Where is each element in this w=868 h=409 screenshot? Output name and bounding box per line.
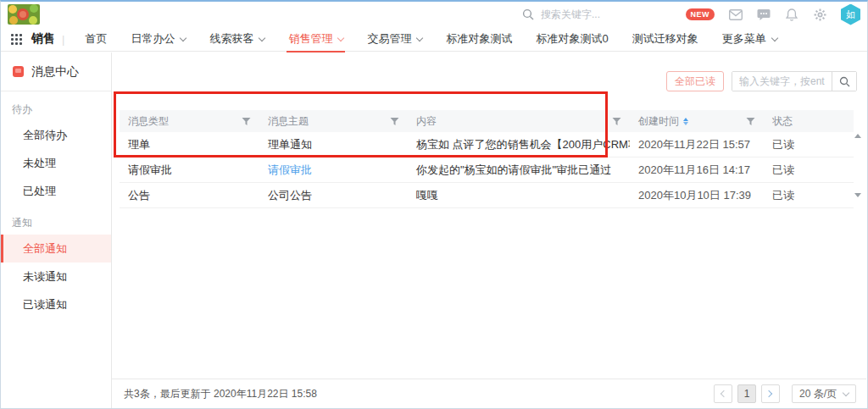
bell-icon[interactable] [785,8,798,21]
top-bar: NEW 如 [1,2,867,27]
nav-item-daily-office[interactable]: 日常办公 [119,27,198,52]
search-icon [839,76,850,87]
scrollbar-down-arrow[interactable] [854,193,861,197]
cell-created: 2020年11月22日 15:57 [630,137,764,152]
search-icon [521,8,535,21]
chevron-right-icon [765,390,772,397]
message-center-icon [13,66,24,77]
nav-item-standard-object-test[interactable]: 标准对象测试 [434,27,524,52]
cell-type: 公告 [120,188,259,203]
logo-image [8,4,40,25]
table-header: 消息类型 消息主题 内容 创建时间 状态 [120,110,854,132]
chevron-down-icon [416,34,423,41]
cell-content: 你发起的"杨宝如的请假审批"审批已通过 [408,163,630,178]
user-avatar[interactable]: 如 [841,4,860,25]
nav-item-home[interactable]: 首页 [73,27,119,52]
nav-item-sales-management[interactable]: 销售管理 [276,27,355,52]
page-size-select[interactable]: 20 条/页 [792,384,856,403]
nav-item-standard-object-test0[interactable]: 标准对象测试0 [524,27,620,52]
nav-item-test-migration-object[interactable]: 测试迁移对象 [620,27,710,52]
sidebar: 消息中心 待办 全部待办 未处理 已处理 通知 全部通知 未读通知 已读通知 [1,53,112,408]
nav-item-more-menu[interactable]: 更多菜单 [710,27,789,52]
filter-icon[interactable] [242,117,251,126]
page-title: 消息中心 [31,64,79,80]
cell-content: 嘎嘎 [408,188,630,203]
nav-item-trade-management[interactable]: 交易管理 [355,27,434,52]
cell-created: 2020年11月16日 14:17 [630,163,764,178]
sidebar-section-notice: 通知 [1,205,111,235]
sidebar-item-read-notices[interactable]: 已读通知 [1,290,111,318]
chevron-down-icon [259,34,265,41]
list-search [732,71,857,91]
sidebar-item-processed[interactable]: 已处理 [1,177,111,205]
mail-icon[interactable] [729,8,743,21]
sidebar-item-unread-notices[interactable]: 未读通知 [1,263,111,290]
column-header-status: 状态 [764,110,854,132]
nav-divider: | [62,33,64,46]
chat-icon[interactable] [757,8,771,21]
cell-content: 杨宝如 点评了您的销售机会【200用户CRM项目】 [408,137,630,152]
table-row[interactable]: 请假审批 请假审批 你发起的"杨宝如的请假审批"审批已通过 2020年11月16… [120,158,854,183]
app-grid-icon[interactable] [11,34,22,45]
footer-bar: 共3条，最后更新于 2020年11月22日 15:58 1 20 条/页 [112,379,866,408]
sidebar-section-todo: 待办 [1,91,111,121]
cell-subject: 公司公告 [259,188,408,203]
sidebar-item-all-todo[interactable]: 全部待办 [1,121,111,149]
chevron-down-icon [180,34,186,41]
cell-created: 2020年10月10日 17:39 [630,188,764,203]
message-table: 消息类型 消息主题 内容 创建时间 状态 理单 理单 [120,110,854,208]
current-page[interactable]: 1 [737,384,756,403]
cell-type: 理单 [120,137,259,152]
chevron-down-icon [771,34,777,41]
nav-item-lead-acquisition[interactable]: 线索获客 [198,27,276,52]
cell-subject: 理单通知 [259,137,408,152]
cell-status: 已读 [764,137,854,152]
sort-icon[interactable] [683,118,688,125]
column-header-type[interactable]: 消息类型 [120,110,259,132]
filter-icon[interactable] [390,117,399,126]
topbar-actions: NEW 如 [686,2,861,27]
column-header-content[interactable]: 内容 [408,110,630,132]
record-summary: 共3条，最后更新于 2020年11月22日 15:58 [124,387,317,401]
mark-all-read-button[interactable]: 全部已读 [666,71,724,91]
table-row[interactable]: 公告 公司公告 嘎嘎 2020年10月10日 17:39 已读 [120,183,854,208]
subject-link[interactable]: 请假审批 [268,163,312,176]
sidebar-item-unprocessed[interactable]: 未处理 [1,149,111,177]
list-search-button[interactable] [832,72,856,91]
global-search-input[interactable] [541,8,668,20]
list-search-input[interactable] [732,72,832,91]
filter-icon[interactable] [612,117,621,126]
cell-type: 请假审批 [120,163,259,178]
cell-subject: 请假审批 [259,163,408,178]
main-nav: 销售 | 首页 日常办公 线索获客 销售管理 交易管理 标准对象测试 标准对象测… [1,27,867,52]
company-logo[interactable] [8,4,40,25]
message-center-header: 消息中心 [1,53,111,91]
cell-status: 已读 [764,163,854,178]
prev-page-button[interactable] [714,384,732,403]
chevron-left-icon [721,390,727,397]
filter-icon[interactable] [746,117,755,126]
column-header-created[interactable]: 创建时间 [630,110,764,132]
sidebar-item-all-notices[interactable]: 全部通知 [1,235,111,263]
pagination: 1 20 条/页 [714,384,856,403]
chevron-down-icon [337,34,344,41]
app-name[interactable]: 销售 [31,31,55,47]
gear-icon[interactable] [813,8,826,21]
scrollbar-up-arrow[interactable] [854,134,861,138]
cell-status: 已读 [764,188,854,203]
new-badge: NEW [686,8,715,20]
chevron-down-icon [843,390,849,396]
table-row[interactable]: 理单 理单通知 杨宝如 点评了您的销售机会【200用户CRM项目】 2020年1… [120,132,854,158]
column-header-subject[interactable]: 消息主题 [259,110,408,132]
next-page-button[interactable] [761,384,780,403]
app-window: NEW 如 销售 | 首页 日常办公 线索获客 销售管理 交易管理 标准对象测试… [0,0,868,409]
global-search [521,2,668,27]
